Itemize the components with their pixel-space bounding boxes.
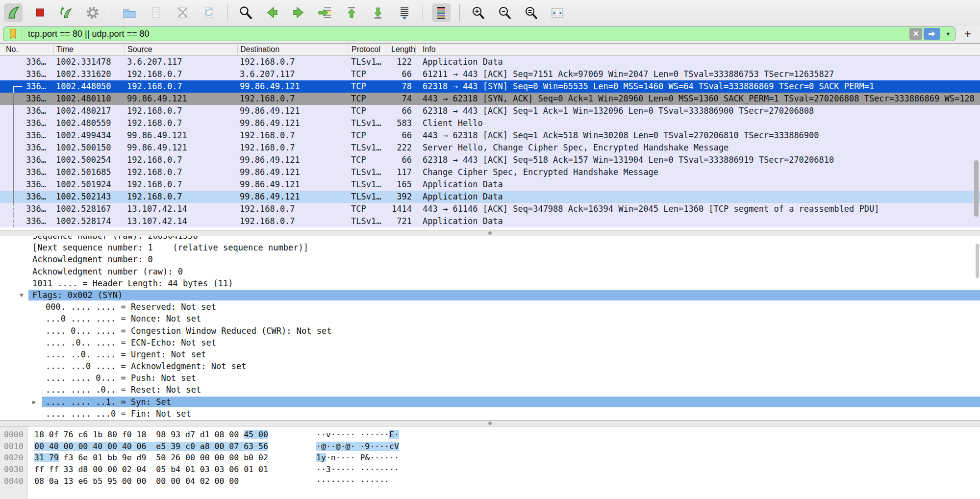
detail-line[interactable]: .... .... ...0 = Fin: Not set: [0, 408, 980, 420]
packet-cell-protocol: TCP: [349, 129, 386, 142]
detail-line-text: .... .... ..1. = Syn: Set: [0, 396, 171, 408]
hex-highlighted-segment: 31 79: [34, 453, 59, 462]
packet-cell-source: 192.168.0.7: [125, 105, 238, 117]
resize-columns-button[interactable]: [548, 3, 567, 22]
toolbar-separator: [423, 4, 423, 22]
detail-line[interactable]: .... .... .0.. = Reset: Not set: [0, 384, 980, 396]
last-packet-button[interactable]: [369, 3, 387, 22]
detail-line[interactable]: .... 0... .... = Congestion Window Reduc…: [0, 325, 980, 337]
packet-row[interactable]: 336…1002.480217192.168.0.799.86.49.121TC…: [0, 105, 980, 117]
display-filter-field[interactable]: tcp.port == 80 || udp.port == 80 ✕ ▼: [3, 26, 955, 41]
packet-row[interactable]: 336…1002.480559192.168.0.799.86.49.121TL…: [0, 117, 980, 129]
close-file-button[interactable]: [173, 3, 192, 22]
hex-bytes[interactable]: 18 0f 76 c6 1b 80 f0 18 98 93 d7 d1 08 0…: [34, 429, 268, 441]
stop-capture-button[interactable]: [30, 3, 49, 22]
hex-ascii[interactable]: 1y·n···· P&······: [316, 452, 399, 464]
bookmark-icon: [7, 27, 19, 40]
packet-row[interactable]: 336…1002.3314783.6.207.117192.168.0.7TLS…: [0, 56, 980, 68]
packet-row[interactable]: 336…1002.48011099.86.49.121192.168.0.7TC…: [0, 93, 980, 105]
expander-closed-icon[interactable]: ▶: [32, 396, 36, 408]
detail-line[interactable]: Acknowledgment number: 0: [0, 253, 980, 265]
hex-ascii[interactable]: ··3····· ········: [316, 464, 399, 475]
packet-cell-time: 1002.501685: [54, 166, 125, 178]
colorize-button[interactable]: [432, 3, 451, 22]
detail-line[interactable]: 000. .... .... = Reserved: Not set: [0, 301, 980, 313]
detail-line[interactable]: Sequence number (raw): 2065041556: [0, 236, 980, 242]
packet-row[interactable]: 336…1002.448050192.168.0.799.86.49.121TC…: [0, 80, 980, 93]
display-filter-input[interactable]: tcp.port == 80 || udp.port == 80: [22, 29, 909, 39]
expander-open-icon[interactable]: ▼: [20, 289, 23, 301]
next-packet-button[interactable]: [289, 3, 308, 22]
detail-line[interactable]: .... .0.. .... = ECN-Echo: Not set: [0, 337, 980, 349]
arrow-bottom-icon: [370, 5, 386, 21]
hex-row[interactable]: 001000 40 00 00 40 00 40 06 e5 39 c0 a8 …: [0, 441, 980, 452]
detail-line[interactable]: ▶.... .... ..1. = Syn: Set: [0, 396, 980, 408]
zoom-reset-button[interactable]: [522, 3, 540, 22]
detail-line[interactable]: .... .... 0... = Push: Not set: [0, 372, 980, 384]
pane-splitter-bottom[interactable]: [0, 420, 980, 426]
filter-apply-button[interactable]: [924, 28, 940, 40]
hex-row[interactable]: 002031 79 f3 6e 01 bb 9e d9 50 26 00 00 …: [0, 452, 980, 464]
packet-cell-no: 336…: [0, 68, 54, 80]
hex-bytes[interactable]: 08 0a 13 e6 b5 95 00 00 00 00 04 02 00 0…: [34, 475, 239, 487]
detail-line[interactable]: Acknowledgment number (raw): 0: [0, 266, 980, 277]
hex-ascii[interactable]: ········ ······: [316, 475, 389, 487]
detail-line[interactable]: .... ...0 .... = Acknowledgment: Not set: [0, 360, 980, 372]
pane-splitter-top[interactable]: [0, 230, 980, 236]
hex-row[interactable]: 0030ff ff 33 d8 00 00 02 04 05 b4 01 03 …: [0, 464, 980, 475]
packet-row[interactable]: 336…1002.50015099.86.49.121192.168.0.7TL…: [0, 142, 980, 154]
open-file-button[interactable]: [120, 3, 139, 22]
detail-line[interactable]: [Next sequence number: 1 (relative seque…: [0, 242, 980, 253]
details-scrollbar-thumb[interactable]: [976, 244, 979, 278]
packet-row[interactable]: 336…1002.52816713.107.42.14192.168.0.7TC…: [0, 203, 980, 215]
restart-capture-button[interactable]: [57, 3, 75, 22]
hex-row[interactable]: 004008 0a 13 e6 b5 95 00 00 00 00 04 02 …: [0, 475, 980, 487]
packet-row[interactable]: 336…1002.49943499.86.49.121192.168.0.7TC…: [0, 129, 980, 142]
hex-bytes[interactable]: ff ff 33 d8 00 00 02 04 05 b4 01 03 03 0…: [34, 464, 268, 475]
packet-row[interactable]: 336…1002.501924192.168.0.799.86.49.121TL…: [0, 178, 980, 191]
reload-file-button[interactable]: [200, 3, 218, 22]
save-file-button[interactable]: [147, 3, 165, 22]
packet-row[interactable]: 336…1002.500254192.168.0.799.86.49.121TC…: [0, 154, 980, 166]
previous-packet-button[interactable]: [263, 3, 281, 22]
column-header-destination[interactable]: Destination: [238, 45, 349, 54]
detail-line[interactable]: ▼Flags: 0x002 (SYN): [0, 289, 980, 301]
zoom-out-button[interactable]: [495, 3, 514, 22]
packet-row[interactable]: 336…1002.502143192.168.0.799.86.49.121TL…: [0, 191, 980, 203]
column-header-protocol[interactable]: Protocol: [349, 45, 386, 54]
find-packet-button[interactable]: [236, 3, 255, 22]
column-header-length[interactable]: Length: [386, 45, 416, 54]
goto-packet-button[interactable]: [316, 3, 334, 22]
column-header-no[interactable]: No.: [0, 45, 54, 54]
capture-options-button[interactable]: [83, 3, 102, 22]
packet-cell-info: 443 → 62318 [ACK] Seq=1 Ack=518 Win=3020…: [416, 129, 980, 142]
hex-ascii[interactable]: ·@··@·@· ·9····cV: [316, 441, 399, 452]
add-filter-button[interactable]: +: [961, 27, 974, 41]
packet-cell-info: Application Data: [416, 215, 980, 227]
auto-scroll-icon: [397, 5, 412, 21]
column-header-time[interactable]: Time: [54, 45, 125, 54]
column-header-info[interactable]: Info: [416, 45, 980, 54]
auto-scroll-button[interactable]: [395, 3, 414, 22]
detail-line[interactable]: 1011 .... = Header Length: 44 bytes (11): [0, 277, 980, 289]
detail-line[interactable]: .... ..0. .... = Urgent: Not set: [0, 349, 980, 360]
hex-row[interactable]: 000018 0f 76 c6 1b 80 f0 18 98 93 d7 d1 …: [0, 429, 980, 441]
packet-row[interactable]: 336…1002.501685192.168.0.799.86.49.121TL…: [0, 166, 980, 178]
packet-row[interactable]: 336…1002.52817413.107.42.14192.168.0.7TL…: [0, 215, 980, 227]
column-header-source[interactable]: Source: [125, 45, 238, 54]
packet-list-scrollbar-thumb[interactable]: [974, 160, 979, 217]
hex-bytes[interactable]: 00 40 00 00 40 00 40 06 e5 39 c0 a8 00 0…: [34, 441, 268, 452]
packet-cell-info: 443 → 61146 [ACK] Seq=347988 Ack=16394 W…: [416, 203, 980, 215]
start-capture-button[interactable]: [4, 3, 23, 22]
hex-bytes[interactable]: 31 79 f3 6e 01 bb 9e d9 50 26 00 00 00 0…: [34, 452, 268, 464]
packet-row[interactable]: 336…1002.331620192.168.0.73.6.207.117TCP…: [0, 68, 980, 80]
filter-clear-button[interactable]: ✕: [909, 28, 922, 40]
filter-bookmark-button[interactable]: [3, 27, 22, 41]
detail-line[interactable]: ...0 .... .... = Nonce: Not set: [0, 313, 980, 324]
hex-ascii[interactable]: ··v····· ······E·: [316, 429, 399, 441]
gear-icon: [85, 5, 101, 21]
first-packet-button[interactable]: [342, 3, 361, 22]
filter-history-dropdown[interactable]: ▼: [943, 31, 953, 37]
zoom-in-button[interactable]: [469, 3, 487, 22]
packet-cell-time: 1002.528174: [54, 215, 125, 227]
